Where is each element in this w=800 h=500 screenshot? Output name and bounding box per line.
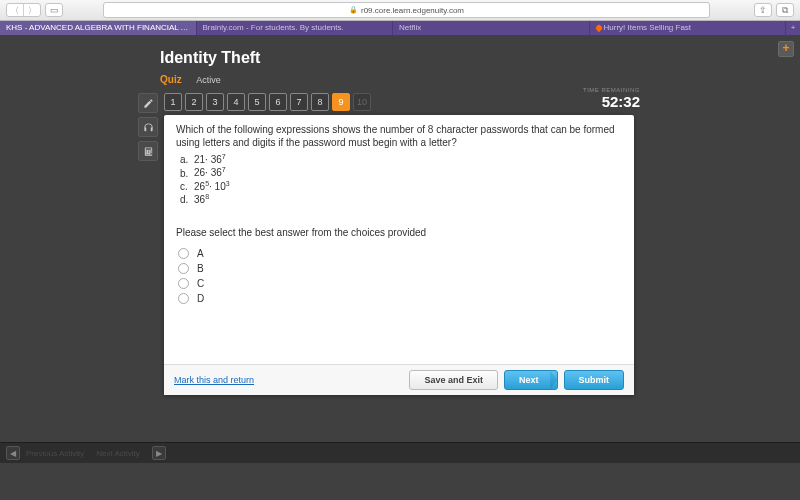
answer-choices: ABCD [178, 248, 622, 304]
new-tab-button[interactable]: + [786, 21, 800, 35]
qnav-5[interactable]: 5 [248, 93, 266, 111]
tab-strip: KHS - ADVANCED ALGEBRA WITH FINANCIAL AP… [0, 21, 800, 35]
nav-back-forward[interactable]: 〈 〉 [6, 3, 41, 17]
qnav-6[interactable]: 6 [269, 93, 287, 111]
tab-0[interactable]: KHS - ADVANCED ALGEBRA WITH FINANCIAL AP… [0, 21, 197, 35]
qnav-10: 10 [353, 93, 371, 111]
timer-value: 52:32 [583, 93, 640, 110]
share-icon[interactable]: ⇪ [754, 3, 772, 17]
expr-option-0: a.21· 367 [180, 153, 622, 165]
tab-1[interactable]: Brainly.com - For students. By students. [197, 21, 394, 35]
next-button[interactable]: Next [504, 370, 558, 390]
instruction-text: Please select the best answer from the c… [176, 227, 622, 238]
qnav-8[interactable]: 8 [311, 93, 329, 111]
prev-activity-label: Previous Activity [26, 449, 84, 458]
choice-A[interactable]: A [178, 248, 622, 259]
lock-icon: 🔒 [349, 6, 358, 14]
radio-icon[interactable] [178, 263, 189, 274]
qnav-7[interactable]: 7 [290, 93, 308, 111]
lesson-status: Active [196, 75, 221, 85]
url-text: r09.core.learn.edgenuity.com [361, 6, 464, 15]
save-exit-button[interactable]: Save and Exit [409, 370, 498, 390]
tab-2[interactable]: Netflix [393, 21, 590, 35]
submit-button[interactable]: Submit [564, 370, 625, 390]
mark-return-link[interactable]: Mark this and return [174, 375, 254, 385]
browser-toolbar: 〈 〉 ▭ 🔒 r09.core.learn.edgenuity.com ⇪ ⧉ [0, 0, 800, 21]
choice-C[interactable]: C [178, 278, 622, 289]
question-text: Which of the following expressions shows… [176, 123, 622, 149]
choice-D[interactable]: D [178, 293, 622, 304]
tab-3[interactable]: Hurry! Items Selling Fast [590, 21, 787, 35]
quiz-footer: Mark this and return Save and Exit Next … [164, 364, 634, 395]
sidebar-toggle-icon[interactable]: ▭ [45, 3, 63, 17]
qnav-4[interactable]: 4 [227, 93, 245, 111]
headphones-icon[interactable] [138, 117, 158, 137]
radio-icon[interactable] [178, 248, 189, 259]
lesson-type: Quiz [160, 74, 182, 85]
qnav-3[interactable]: 3 [206, 93, 224, 111]
app-area: + Identity Theft Quiz Active 12345678910… [0, 35, 800, 463]
choice-B[interactable]: B [178, 263, 622, 274]
radio-icon[interactable] [178, 293, 189, 304]
forward-icon[interactable]: 〉 [24, 4, 40, 16]
pencil-icon[interactable] [138, 93, 158, 113]
qnav-2[interactable]: 2 [185, 93, 203, 111]
radio-icon[interactable] [178, 278, 189, 289]
add-widget-button[interactable]: + [778, 41, 794, 57]
toolbox [138, 93, 158, 165]
calculator-icon[interactable] [138, 141, 158, 161]
expr-option-2: c.265· 103 [180, 180, 622, 192]
next-activity-label: Next Activity [96, 449, 140, 458]
expression-options: a.21· 367b.26· 367c.265· 103d.368 [180, 153, 622, 205]
qnav-1[interactable]: 1 [164, 93, 182, 111]
tabs-icon[interactable]: ⧉ [776, 3, 794, 17]
next-activity-button[interactable]: ▶ [152, 446, 166, 460]
timer: TIME REMAINING 52:32 [583, 87, 640, 110]
qnav-9[interactable]: 9 [332, 93, 350, 111]
lesson-title: Identity Theft [160, 49, 640, 67]
bottom-bar: ◀ Previous Activity Next Activity ▶ [0, 442, 800, 463]
expr-option-1: b.26· 367 [180, 166, 622, 178]
back-icon[interactable]: 〈 [7, 4, 24, 16]
prev-activity-button[interactable]: ◀ [6, 446, 20, 460]
expr-option-3: d.368 [180, 193, 622, 205]
quiz-card: Which of the following expressions shows… [164, 115, 634, 395]
url-bar[interactable]: 🔒 r09.core.learn.edgenuity.com [103, 2, 710, 18]
question-nav: 12345678910 [164, 93, 371, 111]
